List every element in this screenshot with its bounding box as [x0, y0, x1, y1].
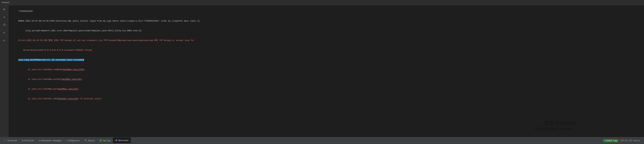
- services-icon: [115, 139, 118, 142]
- tab-endpoints[interactable]: ⚡ Endpoints: [64, 137, 82, 144]
- database-icon: ⇄: [39, 139, 40, 142]
- status-right: ⚠ Event Log 553:59 (54 chars): [603, 139, 643, 142]
- log-line-9: at java.util.HashSet.add(HashSet.java:22…: [11, 94, 642, 104]
- log-line-1: DEBUG 2022-10-25 08:24:39:2439 Executing…: [11, 16, 642, 26]
- output-header: Output: [0, 0, 644, 5]
- header-title: Output: [2, 1, 10, 4]
- scroll-down-button[interactable]: [1, 30, 7, 36]
- tab-terminal-label: Terminal: [7, 139, 17, 142]
- bottom-toolbar: ⬛ Terminal ⍉ Profiler ⇄ Database Changes…: [0, 137, 644, 144]
- log-text-3: 25-Oct-2022 08:24:39.166 警告 [RMI TCP Acc…: [18, 39, 194, 42]
- event-log-icon: ⚠: [605, 139, 606, 142]
- event-log-label: Event Log: [606, 140, 617, 142]
- log-text-7b: ): [81, 78, 82, 81]
- tab-services-label: Services: [118, 139, 128, 142]
- log-text-6a: at java.util.HashMap.newNode(: [18, 68, 63, 71]
- back-button[interactable]: [1, 14, 7, 20]
- tab-spring-label: Spring: [103, 139, 110, 142]
- tab-build-label: Build: [88, 139, 94, 142]
- log-line-2: [org.springframework.jdbc.core.JdbcTempl…: [11, 26, 642, 36]
- event-log-button[interactable]: ⚠ Event Log: [603, 139, 618, 142]
- tab-database-changes-label: Database Changes: [42, 139, 62, 142]
- log-text-0: 775920221025: [18, 10, 33, 13]
- log-line-6: at java.util.HashMap.newNode(HashMap.jav…: [11, 65, 642, 75]
- log-text-4: ServerSocket[addr=0.0.0.0/0.0.0.0,localp…: [18, 49, 92, 51]
- refresh-button[interactable]: [1, 22, 7, 28]
- log-link-9[interactable]: HashSet.java:220: [58, 98, 78, 100]
- log-text-8b: ): [78, 88, 79, 90]
- console-output[interactable]: 775920221025 DEBUG 2022-10-25 08:24:39:2…: [8, 5, 644, 137]
- log-line-5: java.lang.OutOfMemoryError: GC overhead …: [11, 55, 642, 65]
- log-line-4: ServerSocket[addr=0.0.0.0/0.0.0.0,localp…: [11, 45, 642, 55]
- log-text-7a: at java.util.HashMap.putVal(: [18, 78, 62, 81]
- log-line-0: 775920221025: [11, 7, 642, 16]
- log-line-3: 25-Oct-2022 08:24:39.166 警告 [RMI TCP Acc…: [11, 36, 642, 45]
- tab-database-changes[interactable]: ⇄ Database Changes: [37, 137, 64, 144]
- tab-spring[interactable]: 🌿 Spring: [97, 137, 113, 144]
- log-text-1: DEBUG 2022-10-25 08:24:39:2439 Executing…: [18, 20, 200, 22]
- terminal-icon: ⬛: [4, 139, 6, 142]
- spring-icon: 🌿: [99, 139, 102, 142]
- left-toolbar: ⊞ ⊡: [0, 5, 8, 137]
- tab-terminal[interactable]: ⬛ Terminal: [1, 137, 20, 144]
- tab-profiler[interactable]: ⍉ Profiler: [20, 137, 37, 144]
- endpoints-icon: ⚡: [66, 139, 68, 142]
- tab-profiler-label: Profiler: [24, 139, 34, 142]
- build-icon: 🔨: [84, 139, 87, 142]
- error-highlight-text: java.lang.OutOfMemoryError: GC overhead …: [18, 59, 84, 61]
- log-text-9b: ) <5 internal calls>: [78, 98, 102, 100]
- log-text-2: [org.springframework.jdbc.core.JdbcTempl…: [18, 30, 142, 32]
- log-line-7: at java.util.HashMap.putVal(HashMap.java…: [11, 75, 642, 84]
- log-link-6[interactable]: HashMap.java:1750: [63, 68, 84, 71]
- log-link-8[interactable]: HashMap.java:612: [58, 88, 78, 90]
- log-text-9a: at java.util.HashSet.add(: [18, 98, 58, 100]
- tab-build[interactable]: 🔨 Build: [82, 137, 97, 144]
- cursor-position: 553:59 (54 chars): [620, 140, 640, 142]
- log-line-8: at java.util.HashMap.put(HashMap.java:61…: [11, 84, 642, 94]
- expand-output-button[interactable]: ⊡: [1, 38, 7, 43]
- profiler-icon: ⍉: [22, 139, 23, 142]
- log-text-8a: at java.util.HashMap.put(: [18, 88, 58, 90]
- svg-point-1: [116, 140, 117, 140]
- tab-services[interactable]: Services: [113, 137, 131, 144]
- tab-endpoints-label: Endpoints: [68, 139, 80, 142]
- log-text-6b: ): [84, 68, 85, 71]
- cursor: [84, 59, 84, 61]
- log-link-7[interactable]: HashMap.java:631: [62, 78, 81, 81]
- expand-button[interactable]: ⊞: [1, 7, 7, 12]
